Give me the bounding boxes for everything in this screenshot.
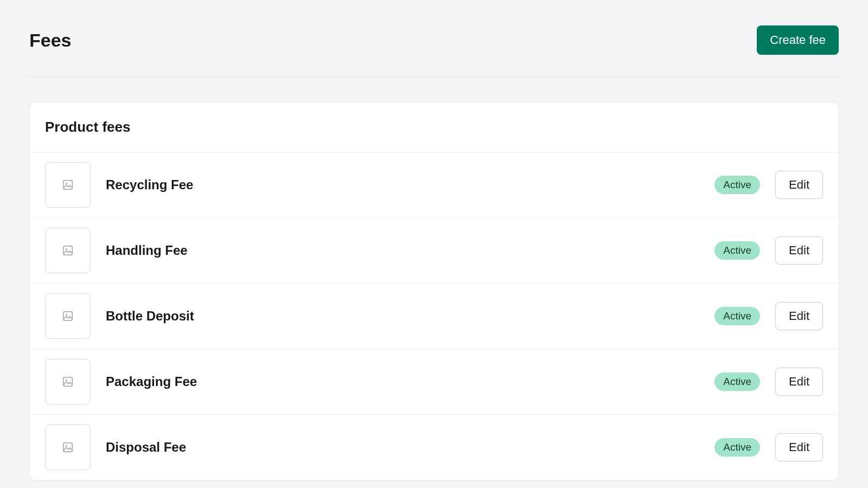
svg-point-9 [66, 445, 67, 447]
card-title: Product fees [45, 119, 823, 136]
edit-button[interactable]: Edit [775, 302, 823, 330]
svg-rect-2 [63, 246, 73, 255]
fee-name: Handling Fee [106, 243, 699, 258]
fee-name: Recycling Fee [106, 177, 699, 192]
status-badge: Active [714, 373, 760, 391]
product-fees-card: Product fees Recycling FeeActiveEdit Han… [29, 102, 839, 481]
fee-row: Bottle DepositActiveEdit [30, 284, 838, 349]
edit-button[interactable]: Edit [775, 368, 823, 396]
fee-row: Packaging FeeActiveEdit [30, 349, 838, 415]
edit-button[interactable]: Edit [775, 433, 823, 461]
edit-button[interactable]: Edit [775, 171, 823, 199]
fee-row: Disposal FeeActiveEdit [30, 415, 838, 480]
svg-rect-6 [63, 377, 73, 387]
svg-point-5 [66, 314, 67, 316]
status-badge: Active [714, 241, 760, 260]
svg-rect-8 [63, 443, 73, 452]
page-container: Fees Create fee Product fees Recycling F… [0, 0, 868, 481]
edit-button[interactable]: Edit [775, 236, 823, 265]
image-placeholder-icon [45, 228, 91, 273]
create-fee-button[interactable]: Create fee [757, 25, 839, 55]
svg-rect-4 [63, 312, 73, 321]
fee-list: Recycling FeeActiveEdit Handling FeeActi… [30, 152, 838, 480]
svg-point-7 [66, 380, 67, 381]
fee-row: Handling FeeActiveEdit [30, 218, 838, 284]
page-header: Fees Create fee [29, 25, 839, 77]
image-placeholder-icon [45, 425, 91, 470]
fee-name: Packaging Fee [106, 374, 699, 389]
status-badge: Active [714, 176, 760, 194]
image-placeholder-icon [45, 293, 91, 339]
fee-row: Recycling FeeActiveEdit [30, 152, 838, 218]
svg-point-3 [66, 248, 67, 250]
status-badge: Active [714, 438, 760, 457]
svg-rect-0 [63, 181, 73, 190]
image-placeholder-icon [45, 162, 91, 208]
status-badge: Active [714, 307, 760, 325]
image-placeholder-icon [45, 359, 91, 404]
svg-point-1 [66, 183, 67, 184]
fee-name: Disposal Fee [106, 440, 699, 455]
page-title: Fees [29, 30, 72, 51]
fee-name: Bottle Deposit [106, 309, 699, 324]
card-header: Product fees [30, 102, 838, 152]
